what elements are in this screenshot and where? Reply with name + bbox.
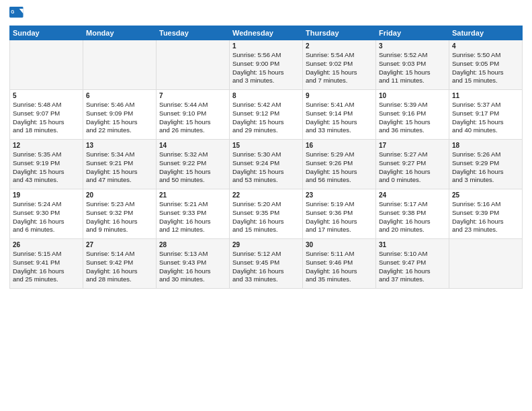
day-cell — [10, 40, 83, 90]
day-info-line: Sunrise: 5:35 AM — [13, 150, 80, 159]
day-cell: 26Sunrise: 5:15 AMSunset: 9:41 PMDayligh… — [10, 239, 83, 289]
day-number: 20 — [86, 191, 153, 199]
day-info-line: and 37 minutes. — [379, 275, 446, 284]
day-info-line: and 12 minutes. — [159, 226, 226, 234]
day-cell: 28Sunrise: 5:13 AMSunset: 9:43 PMDayligh… — [157, 239, 230, 289]
day-info-line: Daylight: 15 hours — [379, 68, 446, 77]
day-info-line: Daylight: 16 hours — [379, 267, 446, 276]
day-info-line: Sunrise: 5:54 AM — [306, 51, 373, 60]
day-cell: 15Sunrise: 5:30 AMSunset: 9:24 PMDayligh… — [230, 140, 303, 189]
day-info-line: Daylight: 15 hours — [159, 118, 226, 127]
weekday-header-thursday: Thursday — [303, 26, 376, 40]
weekday-header-row: SundayMondayTuesdayWednesdayThursdayFrid… — [10, 26, 523, 40]
day-info-line: Sunset: 9:43 PM — [159, 259, 226, 267]
day-info-line: Sunset: 9:09 PM — [86, 109, 153, 118]
week-row-5: 26Sunrise: 5:15 AMSunset: 9:41 PMDayligh… — [10, 239, 523, 289]
day-info-line: and 23 minutes. — [452, 226, 519, 234]
weekday-header-sunday: Sunday — [10, 26, 83, 40]
day-number: 23 — [306, 191, 373, 199]
weekday-header-friday: Friday — [376, 26, 449, 40]
day-info-line: Sunrise: 5:32 AM — [159, 150, 226, 159]
day-info-line: and 56 minutes. — [306, 176, 373, 185]
day-info-line: and 33 minutes. — [232, 275, 300, 284]
day-info-line: and 20 minutes. — [379, 226, 446, 234]
day-info-line: and 50 minutes. — [159, 176, 226, 185]
day-number: 27 — [86, 241, 153, 248]
day-cell: 30Sunrise: 5:11 AMSunset: 9:46 PMDayligh… — [303, 239, 376, 289]
day-number: 14 — [159, 142, 226, 149]
weekday-header-tuesday: Tuesday — [157, 26, 230, 40]
day-cell: 4Sunrise: 5:50 AMSunset: 9:05 PMDaylight… — [449, 40, 523, 90]
day-cell: 22Sunrise: 5:20 AMSunset: 9:35 PMDayligh… — [230, 189, 303, 239]
day-info-line: Daylight: 16 hours — [306, 267, 373, 276]
weekday-header-monday: Monday — [83, 26, 157, 40]
day-info-line: Daylight: 15 hours — [232, 68, 300, 77]
week-row-2: 5Sunrise: 5:48 AMSunset: 9:07 PMDaylight… — [10, 90, 523, 140]
day-info-line: Daylight: 16 hours — [86, 267, 153, 276]
day-info-line: Sunrise: 5:21 AM — [159, 200, 226, 209]
day-info-line: Sunset: 9:36 PM — [306, 209, 373, 218]
day-info-line: Daylight: 16 hours — [379, 168, 446, 177]
day-info-line: and 26 minutes. — [159, 126, 226, 135]
day-info-line: Daylight: 15 hours — [452, 68, 519, 77]
day-number: 18 — [452, 142, 519, 149]
day-info-line: Daylight: 16 hours — [159, 267, 226, 276]
day-number: 13 — [86, 142, 153, 149]
day-info-line: Daylight: 15 hours — [306, 118, 373, 127]
day-info-line: Sunrise: 5:19 AM — [306, 200, 373, 209]
day-cell: 11Sunrise: 5:37 AMSunset: 9:17 PMDayligh… — [449, 90, 523, 140]
day-number: 30 — [306, 241, 373, 248]
day-cell — [449, 239, 523, 289]
day-cell: 23Sunrise: 5:19 AMSunset: 9:36 PMDayligh… — [303, 189, 376, 239]
day-info-line: Sunrise: 5:12 AM — [232, 250, 300, 259]
day-number: 5 — [13, 92, 80, 99]
day-number: 28 — [159, 241, 226, 248]
day-info-line: Sunset: 9:29 PM — [452, 159, 519, 168]
day-cell: 29Sunrise: 5:12 AMSunset: 9:45 PMDayligh… — [230, 239, 303, 289]
day-number: 17 — [379, 142, 446, 149]
day-info-line: Sunset: 9:39 PM — [452, 209, 519, 218]
weekday-header-wednesday: Wednesday — [230, 26, 303, 40]
day-cell: 25Sunrise: 5:16 AMSunset: 9:39 PMDayligh… — [449, 189, 523, 239]
day-info-line: Daylight: 15 hours — [306, 68, 373, 77]
day-info-line: Sunrise: 5:56 AM — [232, 51, 300, 60]
day-info-line: Daylight: 16 hours — [379, 218, 446, 226]
day-info-line: Daylight: 15 hours — [13, 118, 80, 127]
day-cell: 17Sunrise: 5:27 AMSunset: 9:27 PMDayligh… — [376, 140, 449, 189]
logo: G — [9, 7, 26, 21]
day-info-line: Sunrise: 5:14 AM — [86, 250, 153, 259]
day-cell: 1Sunrise: 5:56 AMSunset: 9:00 PMDaylight… — [230, 40, 303, 90]
day-info-line: Daylight: 16 hours — [452, 218, 519, 226]
day-cell: 20Sunrise: 5:23 AMSunset: 9:32 PMDayligh… — [83, 189, 157, 239]
day-info-line: Daylight: 16 hours — [159, 218, 226, 226]
day-info-line: and 15 minutes. — [452, 77, 519, 85]
day-number: 15 — [232, 142, 300, 149]
day-number: 29 — [232, 241, 300, 248]
day-info-line: Sunrise: 5:11 AM — [306, 250, 373, 259]
day-info-line: Daylight: 16 hours — [86, 218, 153, 226]
day-info-line: Sunset: 9:24 PM — [232, 159, 300, 168]
day-cell: 8Sunrise: 5:42 AMSunset: 9:12 PMDaylight… — [230, 90, 303, 140]
day-info-line: Daylight: 15 hours — [159, 168, 226, 177]
day-number: 22 — [232, 191, 300, 199]
day-info-line: Sunrise: 5:17 AM — [379, 200, 446, 209]
day-info-line: Sunrise: 5:29 AM — [306, 150, 373, 159]
day-info-line: and 9 minutes. — [86, 226, 153, 234]
day-number: 1 — [232, 42, 300, 50]
day-number: 19 — [13, 191, 80, 199]
day-cell: 18Sunrise: 5:26 AMSunset: 9:29 PMDayligh… — [449, 140, 523, 189]
day-cell: 19Sunrise: 5:24 AMSunset: 9:30 PMDayligh… — [10, 189, 83, 239]
day-info-line: Sunset: 9:41 PM — [13, 259, 80, 267]
day-number: 4 — [452, 42, 519, 50]
week-row-3: 12Sunrise: 5:35 AMSunset: 9:19 PMDayligh… — [10, 140, 523, 189]
day-info-line: Sunset: 9:26 PM — [306, 159, 373, 168]
day-info-line: and 6 minutes. — [13, 226, 80, 234]
day-info-line: and 3 minutes. — [452, 176, 519, 185]
day-info-line: Sunrise: 5:13 AM — [159, 250, 226, 259]
day-info-line: Sunrise: 5:46 AM — [86, 101, 153, 109]
day-info-line: Sunset: 9:17 PM — [452, 109, 519, 118]
day-info-line: Sunrise: 5:15 AM — [13, 250, 80, 259]
day-info-line: Sunset: 9:10 PM — [159, 109, 226, 118]
day-info-line: Sunrise: 5:44 AM — [159, 101, 226, 109]
day-info-line: Daylight: 15 hours — [379, 118, 446, 127]
